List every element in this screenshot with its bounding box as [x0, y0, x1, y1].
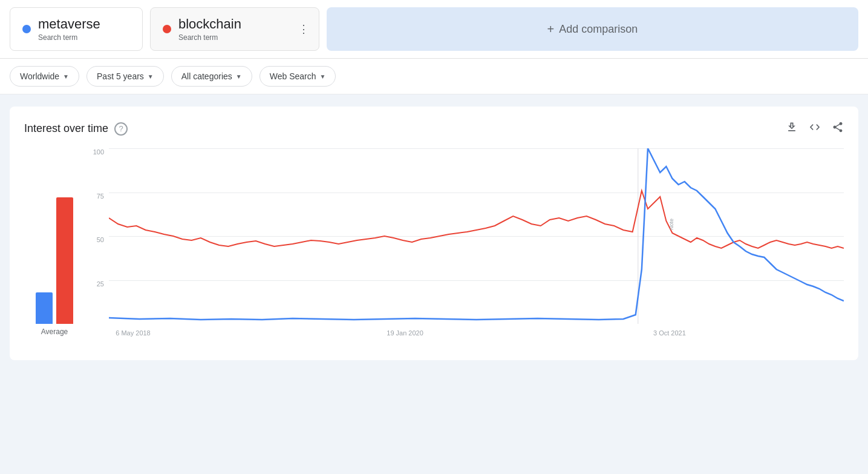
- embed-icon: [809, 121, 821, 133]
- share-icon: [832, 121, 844, 133]
- chart-plot: Note: [109, 148, 844, 324]
- term-info-blockchain: blockchain Search term: [178, 16, 241, 42]
- download-icon: [786, 121, 798, 133]
- line-chart-container: 100 75 50 25: [85, 148, 844, 342]
- search-bar: metaverse Search term blockchain Search …: [0, 0, 868, 59]
- chart-header: Interest over time ?: [24, 121, 844, 136]
- time-range-chevron-icon: ▼: [148, 73, 154, 80]
- term-type-blockchain: Search term: [178, 33, 241, 42]
- average-bars: [36, 148, 73, 324]
- dot-metaverse: [22, 25, 31, 33]
- add-comparison-button[interactable]: + Add comparison: [327, 7, 858, 51]
- chart-section: Interest over time ?: [10, 107, 858, 360]
- download-button[interactable]: [786, 121, 798, 136]
- add-comparison-label: Add comparison: [559, 23, 638, 36]
- time-range-label: Past 5 years: [97, 71, 144, 81]
- location-chevron-icon: ▼: [63, 73, 69, 80]
- plus-icon: +: [547, 22, 555, 36]
- y-axis: 100 75 50 25: [85, 148, 109, 324]
- category-chevron-icon: ▼: [236, 73, 242, 80]
- y-label-50: 50: [85, 236, 109, 243]
- y-label-75: 75: [85, 193, 109, 200]
- help-icon[interactable]: ?: [114, 122, 128, 136]
- search-type-label: Web Search: [270, 71, 316, 81]
- term-card-metaverse: metaverse Search term: [10, 7, 143, 51]
- term-name-blockchain: blockchain: [178, 16, 241, 32]
- dot-blockchain: [163, 25, 171, 33]
- category-filter[interactable]: All categories ▼: [171, 66, 252, 87]
- search-type-filter[interactable]: Web Search ▼: [259, 66, 336, 87]
- avg-bar-blockchain: [56, 197, 73, 324]
- term-card-blockchain: blockchain Search term ⋮: [150, 7, 319, 51]
- more-options-button[interactable]: ⋮: [296, 20, 312, 38]
- x-label-2020: 19 Jan 2020: [387, 329, 423, 337]
- term-info-metaverse: metaverse Search term: [38, 16, 100, 42]
- share-button[interactable]: [832, 121, 844, 136]
- term-type-metaverse: Search term: [38, 33, 100, 42]
- term-name-metaverse: metaverse: [38, 16, 100, 32]
- time-range-filter[interactable]: Past 5 years ▼: [86, 66, 164, 87]
- chart-svg: [109, 148, 844, 324]
- chart-title: Interest over time: [24, 122, 108, 135]
- location-filter[interactable]: Worldwide ▼: [10, 66, 79, 87]
- average-label: Average: [41, 328, 68, 336]
- x-axis-labels: 6 May 2018 19 Jan 2020 3 Oct 2021: [109, 324, 844, 342]
- chart-title-area: Interest over time ?: [24, 122, 128, 136]
- avg-bar-metaverse: [36, 292, 53, 324]
- note-label: Note: [668, 219, 674, 230]
- chart-actions: [786, 121, 844, 136]
- location-label: Worldwide: [20, 71, 59, 81]
- blockchain-line: [109, 191, 844, 248]
- y-label-100: 100: [85, 148, 109, 156]
- y-label-25: 25: [85, 280, 109, 288]
- main-content: Interest over time ?: [0, 94, 868, 372]
- filter-bar: Worldwide ▼ Past 5 years ▼ All categorie…: [0, 59, 868, 94]
- metaverse-line: [109, 148, 844, 320]
- chart-area: Average 100 75 50 25: [24, 148, 844, 342]
- average-section: Average: [24, 148, 85, 342]
- embed-button[interactable]: [809, 121, 821, 136]
- x-label-2021: 3 Oct 2021: [653, 329, 686, 337]
- x-label-2018: 6 May 2018: [116, 329, 150, 337]
- category-label: All categories: [181, 71, 232, 81]
- search-type-chevron-icon: ▼: [319, 73, 325, 80]
